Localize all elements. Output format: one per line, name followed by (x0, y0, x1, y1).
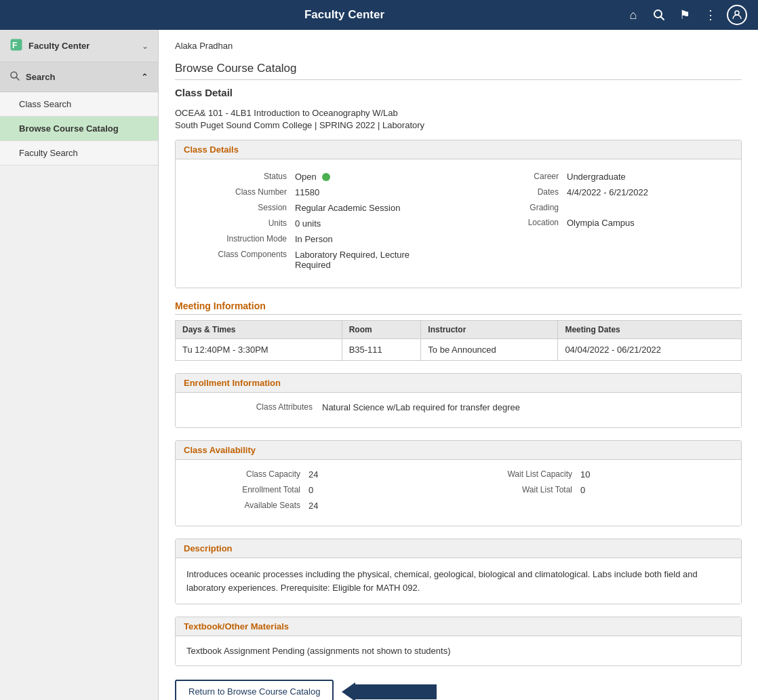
avail-right-col: Wait List Capacity 10 Wait List Total 0 (458, 469, 730, 516)
room-cell: B35-111 (342, 339, 421, 361)
enrollment-header: Enrollment Information (176, 374, 741, 393)
status-row: Status Open (186, 172, 458, 182)
sidebar-item-faculty-search[interactable]: Faculty Search (0, 141, 158, 166)
session-row: Session Regular Academic Session (186, 203, 458, 213)
content-area: Alaka Pradhan Browse Course Catalog Clas… (159, 30, 758, 700)
class-components-row: Class Components Laboratory Required, Le… (186, 250, 458, 270)
class-number-label: Class Number (186, 187, 295, 197)
class-attributes-value: Natural Science w/Lab required for trans… (322, 402, 520, 412)
dates-value: 4/4/2022 - 6/21/2022 (567, 187, 648, 197)
class-details-section: Class Details Status Open Class (175, 140, 742, 288)
available-seats-row: Available Seats 24 (186, 501, 458, 511)
meeting-table: Days & Times Room Instructor Meeting Dat… (175, 320, 742, 361)
meeting-information-section: Meeting Information Days & Times Room In… (175, 300, 742, 361)
textbook-text: Textbook Assignment Pending (assignments… (186, 646, 730, 656)
chevron-up-icon: ⌃ (141, 72, 148, 82)
class-details-grid: Status Open Class Number 11580 Session (186, 169, 730, 278)
page-breadcrumb: Browse Course Catalog (175, 62, 742, 80)
svg-point-2 (735, 11, 739, 15)
svg-line-1 (661, 17, 664, 20)
available-seats-value: 24 (308, 501, 318, 511)
wait-list-capacity-label: Wait List Capacity (458, 469, 580, 480)
col-room: Room (342, 321, 421, 339)
availability-body: Class Capacity 24 Enrollment Total 0 Ava… (176, 460, 741, 526)
career-row: Career Undergraduate (458, 172, 730, 182)
faculty-center-icon: F (9, 38, 23, 54)
instructor-cell: To be Announced (421, 339, 558, 361)
table-row: Tu 12:40PM - 3:30PM B35-111 To be Announ… (176, 339, 742, 361)
course-code: OCEA& 101 - 4LB1 Introduction to Oceanog… (175, 108, 742, 118)
units-value: 0 units (295, 218, 321, 229)
wait-list-total-label: Wait List Total (458, 485, 580, 495)
class-attributes-row: Class Attributes Natural Science w/Lab r… (186, 402, 730, 412)
top-bar: Faculty Center ⌂ ⚑ ⋮ (0, 0, 758, 30)
more-icon[interactable]: ⋮ (701, 5, 720, 24)
session-value: Regular Academic Session (295, 203, 400, 213)
flag-icon[interactable]: ⚑ (675, 5, 694, 24)
search-icon[interactable] (650, 5, 669, 24)
arrow-head (342, 682, 355, 701)
sidebar-item-class-search[interactable]: Class Search (0, 92, 158, 117)
col-instructor: Instructor (421, 321, 558, 339)
wait-list-total-row: Wait List Total 0 (458, 485, 730, 495)
class-capacity-row: Class Capacity 24 (186, 469, 458, 480)
class-number-value: 11580 (295, 187, 319, 197)
chevron-down-icon: ⌄ (142, 41, 148, 51)
class-details-header: Class Details (176, 140, 741, 159)
wait-list-capacity-row: Wait List Capacity 10 (458, 469, 730, 480)
description-section: Description Introduces oceanic processes… (175, 539, 742, 604)
class-capacity-value: 24 (308, 469, 318, 480)
available-seats-label: Available Seats (186, 501, 308, 511)
enrollment-section: Enrollment Information Class Attributes … (175, 373, 742, 428)
class-capacity-label: Class Capacity (186, 469, 308, 480)
availability-section: Class Availability Class Capacity 24 Enr… (175, 440, 742, 526)
main-layout: F Faculty Center ⌄ Search ⌃ (0, 30, 758, 700)
class-components-label: Class Components (186, 250, 295, 259)
location-label: Location (458, 218, 567, 227)
user-icon[interactable] (727, 5, 747, 25)
home-icon[interactable]: ⌂ (624, 5, 643, 24)
description-body: Introduces oceanic processes including t… (176, 558, 741, 604)
class-components-value: Laboratory Required, Lecture Required (295, 250, 444, 270)
career-label: Career (458, 172, 567, 181)
location-value: Olympia Campus (567, 218, 635, 228)
career-value: Undergraduate (567, 172, 626, 182)
arrow-body (355, 684, 437, 699)
enrollment-total-label: Enrollment Total (186, 485, 308, 495)
col-days-times: Days & Times (176, 321, 342, 339)
avail-left-col: Class Capacity 24 Enrollment Total 0 Ava… (186, 469, 458, 516)
search-section-icon (9, 71, 20, 83)
instruction-mode-label: Instruction Mode (186, 234, 295, 244)
return-to-catalog-button[interactable]: Return to Browse Course Catalog (175, 680, 334, 700)
details-left-col: Status Open Class Number 11580 Session (186, 169, 458, 278)
enrollment-total-row: Enrollment Total 0 (186, 485, 458, 495)
sidebar-faculty-center-label: Faculty Center (28, 41, 89, 51)
instruction-mode-row: Instruction Mode In Person (186, 234, 458, 244)
meeting-dates-cell: 04/04/2022 - 06/21/2022 (558, 339, 742, 361)
availability-header: Class Availability (176, 441, 741, 460)
instruction-mode-value: In Person (295, 234, 333, 244)
description-text: Introduces oceanic processes including t… (186, 568, 730, 594)
class-details-body: Status Open Class Number 11580 Session (176, 159, 741, 288)
svg-text:F: F (12, 41, 17, 50)
dates-row: Dates 4/4/2022 - 6/21/2022 (458, 187, 730, 197)
availability-grid: Class Capacity 24 Enrollment Total 0 Ava… (186, 469, 730, 516)
app-title: Faculty Center (65, 8, 624, 22)
class-number-row: Class Number 11580 (186, 187, 458, 197)
textbook-body: Textbook Assignment Pending (assignments… (176, 636, 741, 665)
sidebar-faculty-center[interactable]: F Faculty Center ⌄ (0, 30, 158, 62)
details-right-col: Career Undergraduate Dates 4/4/2022 - 6/… (458, 169, 730, 278)
textbook-header: Textbook/Other Materials (176, 617, 741, 636)
page-heading: Class Detail (175, 87, 742, 98)
dates-label: Dates (458, 187, 567, 197)
sidebar-search-section[interactable]: Search ⌃ (0, 62, 158, 92)
status-value: Open (295, 172, 330, 182)
sidebar-item-browse-course-catalog[interactable]: Browse Course Catalog (0, 117, 158, 141)
top-bar-icons: ⌂ ⚑ ⋮ (624, 5, 747, 25)
svg-line-6 (16, 77, 19, 80)
col-meeting-dates: Meeting Dates (558, 321, 742, 339)
status-label: Status (186, 172, 295, 181)
session-label: Session (186, 203, 295, 212)
grading-label: Grading (458, 203, 567, 212)
sidebar-search-label: Search (26, 72, 55, 82)
